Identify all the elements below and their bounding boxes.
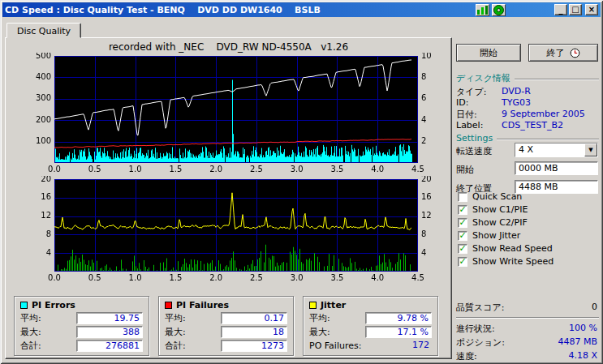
section-divider (497, 139, 599, 140)
quality-score-value: 0 (592, 302, 597, 312)
stat-label: 最大: (165, 326, 186, 338)
checkbox-box[interactable]: ✓ (458, 218, 467, 228)
quality-score-label: 品質スコア: (456, 302, 504, 314)
stat-label: 最大: (20, 326, 41, 338)
pi-errors-legend-swatch (20, 302, 28, 309)
stat-row: 合計:1273 (159, 339, 293, 353)
checkbox-show-c1-pie[interactable]: ✓Show C1/PIE (458, 204, 528, 215)
tab-disc-quality[interactable]: Disc Quality (6, 23, 81, 38)
stat-label: 合計: (20, 340, 41, 352)
start-position-field[interactable]: 0000 MB (515, 161, 598, 175)
stat-value: 18 (221, 326, 287, 338)
end-position-field[interactable]: 4488 MB (515, 180, 598, 194)
start-button[interactable]: 開始 (456, 44, 521, 62)
chevron-down-icon[interactable]: ▼ (584, 143, 597, 156)
checkbox-box[interactable] (458, 192, 467, 202)
maximize-button[interactable]: □ (569, 4, 582, 15)
disc-type-row: タイプ:DVD-R (456, 86, 599, 97)
stat-label: 合計: (165, 340, 186, 352)
titlebar[interactable]: CD Speed : Disc Quality Test - BENQ DVD … (2, 2, 601, 17)
disc-type-value: DVD-R (502, 86, 531, 96)
pi-failures-legend-swatch (165, 302, 172, 309)
position-label: ポジション: (456, 336, 505, 349)
progress-label: 進行状況: (456, 323, 495, 335)
stat-value: 276881 (76, 340, 143, 352)
stat-value: 0.17 (221, 312, 287, 324)
disc-id-row: ID:TYG03 (456, 97, 599, 109)
stat-value: 388 (76, 326, 143, 338)
disc-date-label: 日付: (456, 109, 477, 121)
speed-select-value: 4 X (515, 143, 584, 156)
checkbox-box[interactable]: ✓ (458, 231, 467, 241)
speed-row: 速度:4.18 X (456, 350, 599, 362)
disc-id-value: TYG03 (502, 97, 531, 108)
close-button[interactable]: × (585, 4, 598, 15)
position-row: ポジション:4487 MB (456, 336, 599, 348)
checkbox-label: Show Read Speed (472, 243, 553, 254)
disc-label-value: CDS_TEST_B2 (502, 120, 563, 131)
stat-value: 17.1 % (365, 326, 432, 338)
disc-info-section: ディスク情報 (456, 73, 599, 84)
checkbox-show-read-speed[interactable]: ✓Show Read Speed (458, 243, 553, 254)
checkbox-box[interactable]: ✓ (458, 257, 467, 267)
checkbox-label: Show Jitter (472, 230, 520, 241)
pi-errors-stats-box: PI Errors 平均:19.75 最大:388 合計:276881 (14, 296, 149, 356)
stat-label: PO Failures: (309, 340, 361, 351)
disc-label-label: Label: (456, 120, 483, 131)
checkbox-label: Show Write Speed (472, 256, 553, 267)
exit-button-label: 終了 (547, 47, 565, 59)
checkbox-label: Show C1/PIE (472, 204, 528, 215)
minimize-button[interactable]: _ (554, 4, 567, 15)
speed-setting-label: 転送速度 (456, 145, 492, 157)
progress-value: 100 % (569, 323, 597, 333)
settings-section-title: Settings (456, 133, 493, 143)
jitter-chart (11, 176, 449, 289)
start-button-label: 開始 (480, 47, 497, 59)
stat-row: 最大:17.1 % (304, 325, 437, 339)
speed-select[interactable]: 4 X ▼ (515, 143, 598, 157)
position-value: 4487 MB (558, 336, 597, 347)
stat-row: 平均:0.17 (159, 311, 293, 325)
stat-row: PO Failures:172 (304, 339, 437, 353)
stat-row: 平均:9.78 % (304, 311, 437, 325)
speed-label: 速度: (456, 350, 477, 362)
right-panel: 開始 終了 ディスク情報 タイプ:DVD-R ID:TYG03 日付:9 Sep… (454, 37, 601, 362)
status-divider (456, 317, 599, 319)
checkbox-box[interactable]: ✓ (458, 244, 467, 254)
jitter-legend-swatch (309, 302, 317, 309)
stat-box-title: PI Failures (176, 300, 229, 310)
jitter-stats-box: Jitter 平均:9.78 % 最大:17.1 % PO Failures:1… (303, 296, 438, 356)
pi-errors-chart (11, 53, 449, 174)
stat-row: 最大:18 (159, 325, 293, 339)
progress-row: 進行状況:100 % (456, 323, 599, 334)
chart-header-text: recorded with _NEC DVD_RW ND-4550A v1.26 (6, 41, 451, 53)
stat-label: 最大: (309, 326, 330, 338)
stat-row: 平均:19.75 (15, 311, 149, 325)
disc-type-label: タイプ: (456, 86, 486, 98)
stats-row: PI Errors 平均:19.75 最大:388 合計:276881 PI F… (14, 296, 438, 356)
disc-date-row: 日付:9 September 2005 (456, 109, 599, 120)
checkbox-quick-scan[interactable]: Quick Scan (458, 191, 522, 202)
start-position-label: 開始 (456, 164, 474, 176)
clock-icon (570, 48, 580, 58)
checkbox-show-jitter[interactable]: ✓Show Jitter (458, 230, 520, 241)
disc-label-row: Label:CDS_TEST_B2 (456, 120, 599, 131)
app-window: CD Speed : Disc Quality Test - BENQ DVD … (0, 0, 603, 364)
checkbox-label: Quick Scan (472, 191, 522, 202)
tab-page: recorded with _NEC DVD_RW ND-4550A v1.26… (5, 37, 452, 359)
chart-icon[interactable] (476, 4, 489, 16)
section-divider (515, 79, 599, 80)
stat-row: 合計:276881 (15, 339, 149, 353)
checkbox-show-write-speed[interactable]: ✓Show Write Speed (458, 256, 553, 267)
disc-id-label: ID: (456, 97, 468, 108)
stat-box-title: PI Errors (32, 300, 75, 310)
stat-value: 19.75 (76, 312, 143, 324)
checkbox-box[interactable]: ✓ (458, 205, 467, 215)
disc-date-value: 9 September 2005 (502, 109, 585, 119)
disc-icon[interactable] (492, 4, 506, 16)
stat-label: 平均: (20, 312, 41, 324)
disc-info-section-title: ディスク情報 (456, 72, 510, 84)
checkbox-show-c2-pif[interactable]: ✓Show C2/PIF (458, 217, 528, 228)
exit-button[interactable]: 終了 (528, 44, 598, 62)
quality-score-row: 品質スコア:0 (456, 302, 599, 313)
